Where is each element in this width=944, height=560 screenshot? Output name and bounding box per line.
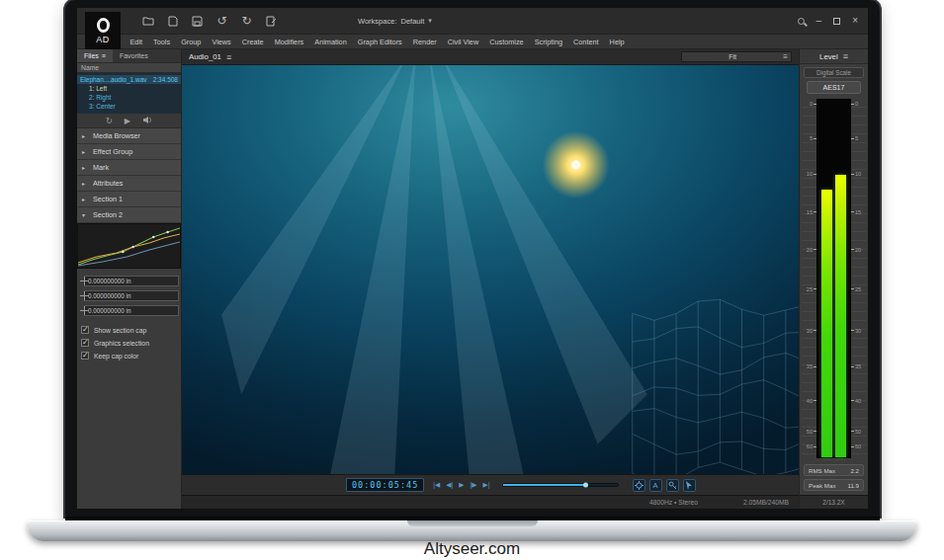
meter-scale-left: 05101520253035405060 [802,99,816,458]
y-offset-field[interactable] [84,290,179,301]
meter-tick: 5 [851,135,866,141]
meter-bar-left-channel [821,190,832,458]
next-frame-button[interactable]: |▶ [471,481,477,489]
save-icon[interactable] [190,14,205,29]
digital-scale-button[interactable]: Digital Scale [804,67,864,78]
panel-section-2[interactable]: ▾ Section 2 [77,207,181,223]
search-icon[interactable] [798,18,805,25]
meter-tick: 10 [851,171,866,177]
speaker-icon[interactable] [142,116,152,126]
checkbox-icon [81,352,89,360]
menu-render[interactable]: Render [407,38,442,46]
menu-civil-view[interactable]: Civil View [442,38,484,46]
meter-tick: 40 [851,398,866,404]
laptop-base [28,520,916,541]
time-slider[interactable] [502,483,619,487]
panel-mark[interactable]: ▸ Mark [77,160,181,176]
meter-tick: 5 [802,135,816,141]
file-list: Elephan....audio_1.wav 2:34.508 1: Left … [77,73,181,114]
viewport-header: Audio_01 ≡ Fit ≡ [182,49,799,65]
hamburger-icon: ≡ [102,52,106,59]
checkbox-graphics-selection[interactable]: Graphics selection [81,339,177,347]
time-slider-fill [503,484,586,486]
viewport-title[interactable]: Audio_01 [189,52,221,61]
menu-help[interactable]: Help [604,38,630,46]
panel-media-browser[interactable]: ▸ Media Browser [77,128,181,144]
file-duration: 2:34.508 [153,76,178,83]
time-slider-thumb[interactable] [583,483,588,488]
menu-views[interactable]: Views [207,38,236,46]
workspace-value: Default [400,17,424,26]
close-button[interactable]: × [852,16,858,26]
panel-section-1[interactable]: ▸ Section 1 [77,192,181,207]
channel-row-left[interactable]: 1: Left [77,84,181,93]
menu-group[interactable]: Group [176,38,207,46]
auto-key-button[interactable]: A [649,479,662,492]
set-key-button[interactable] [666,479,679,492]
workspace-label: Workspace: [358,17,396,26]
edit-scene-icon[interactable] [264,14,279,29]
aes17-button[interactable]: AES17 [807,81,861,94]
redo-icon[interactable]: ↻ [239,14,254,29]
menu-content[interactable]: Content [568,38,605,46]
settings-button[interactable] [633,479,645,492]
checkbox-show-section-cap[interactable]: Show section cap [81,326,177,334]
menu-graph-editors[interactable]: Graph Editors [352,38,407,46]
meter-tick: 0 [802,101,816,107]
chevron-right-icon: ▸ [82,132,88,139]
loop-icon[interactable]: ↻ [106,117,113,125]
column-header-name[interactable]: Name [77,62,181,73]
viewport-3d-scene[interactable] [182,65,799,474]
meter-tick: 50 [851,429,866,435]
meter-tick: 25 [851,286,866,292]
level-panel-title: Level [819,52,838,61]
meter-scale-right: 05101520253035405060 [851,99,866,458]
title-bar: AD ↺ ↻ Workspace: Default ▾ [77,8,868,35]
checkbox-keep-cap-color[interactable]: Keep cap color [81,352,177,360]
menu-edit[interactable]: Edit [125,38,148,46]
menu-create[interactable]: Create [236,38,269,46]
menu-scripting[interactable]: Scripting [529,38,567,46]
menu-animation[interactable]: Animation [309,38,352,46]
undo-icon[interactable]: ↺ [215,14,229,29]
import-file-icon[interactable] [165,14,180,29]
x-offset-field[interactable] [84,276,179,286]
app-window: AD ↺ ↻ Workspace: Default ▾ [77,8,868,509]
prev-frame-button[interactable]: ◀| [446,481,453,489]
tab-favorites[interactable]: Favorites [113,49,155,62]
play-button[interactable]: ▶ [459,481,464,489]
workspace-selector[interactable]: Workspace: Default ▾ [358,17,432,26]
panel-effect-group[interactable]: ▸ Effect Group [77,144,181,160]
meter-tick: 35 [802,363,816,369]
level-menu-icon[interactable]: ≡ [843,51,848,61]
go-start-button[interactable]: |◀ [433,481,440,489]
go-end-button[interactable]: ▶| [483,481,490,489]
fit-dropdown[interactable]: Fit ≡ [681,51,792,62]
hamburger-icon: ≡ [783,52,791,61]
menu-customize[interactable]: Customize [484,38,529,46]
meter-tick: 40 [802,398,816,404]
menu-tools[interactable]: Tools [148,38,176,46]
meter-tick: 10 [802,171,816,177]
meter-zoom-status[interactable]: 2/13.2X [800,495,868,509]
z-offset-field[interactable] [84,305,179,316]
channel-row-center[interactable]: 3: Center [77,102,181,111]
meter-bar-right-channel [835,175,846,457]
open-folder-icon[interactable] [140,14,155,29]
panel-attributes[interactable]: ▸ Attributes [77,176,181,192]
timecode-display[interactable]: 00:00:05:45 [346,478,424,492]
file-row-selected[interactable]: Elephan....audio_1.wav 2:34.508 [77,75,181,84]
play-preview-icon[interactable]: ▶ [125,117,130,125]
select-cursor-button[interactable] [683,479,696,492]
viewport-scene [182,65,799,474]
viewport-menu-icon[interactable]: ≡ [226,52,231,62]
meter-tick: 15 [802,209,816,215]
minimize-button[interactable]: – [816,16,822,26]
logo-text: AD [96,35,110,44]
meter-tick: 60 [851,443,866,449]
transport-bar: 00:00:05:45 |◀ ◀| ▶ |▶ ▶| [182,474,799,495]
restore-button[interactable] [833,18,840,25]
menu-modifiers[interactable]: Modifiers [269,38,309,46]
tab-files[interactable]: Files ≡ [77,49,113,62]
channel-row-right[interactable]: 2: Right [77,93,181,102]
